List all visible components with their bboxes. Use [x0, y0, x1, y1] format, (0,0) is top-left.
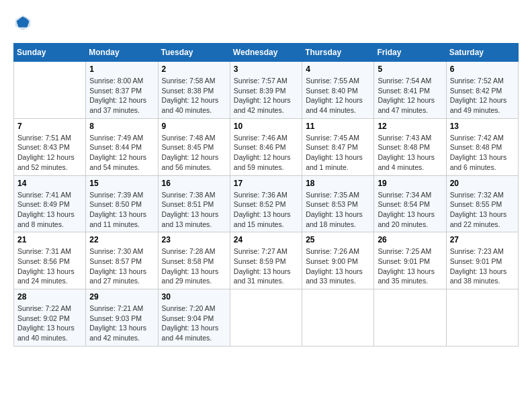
calendar-week-row: 1Sunrise: 8:00 AM Sunset: 8:37 PM Daylig…	[14, 62, 519, 119]
day-number: 16	[162, 179, 226, 188]
calendar-cell: 25Sunrise: 7:26 AM Sunset: 9:00 PM Dayli…	[302, 232, 374, 289]
calendar-cell	[14, 62, 86, 119]
day-number: 10	[234, 122, 298, 131]
logo	[13, 13, 35, 32]
weekday-header-saturday: Saturday	[446, 44, 518, 62]
weekday-header-monday: Monday	[86, 44, 158, 62]
weekday-header-thursday: Thursday	[302, 44, 374, 62]
weekday-header-tuesday: Tuesday	[158, 44, 230, 62]
day-number: 5	[378, 64, 442, 74]
calendar-cell: 21Sunrise: 7:31 AM Sunset: 8:56 PM Dayli…	[14, 232, 86, 289]
day-info: Sunrise: 7:42 AM Sunset: 8:48 PM Dayligh…	[450, 133, 515, 173]
day-number: 12	[378, 122, 442, 131]
calendar-cell: 17Sunrise: 7:36 AM Sunset: 8:52 PM Dayli…	[230, 175, 302, 232]
day-number: 18	[306, 179, 370, 188]
day-number: 3	[234, 64, 298, 74]
day-info: Sunrise: 7:22 AM Sunset: 9:02 PM Dayligh…	[17, 304, 82, 343]
day-info: Sunrise: 7:49 AM Sunset: 8:44 PM Dayligh…	[89, 133, 154, 173]
calendar-cell	[446, 289, 518, 347]
day-info: Sunrise: 7:46 AM Sunset: 8:46 PM Dayligh…	[234, 133, 298, 173]
day-info: Sunrise: 7:57 AM Sunset: 8:39 PM Dayligh…	[234, 76, 298, 116]
day-number: 11	[306, 122, 370, 131]
header	[13, 13, 519, 32]
day-info: Sunrise: 7:28 AM Sunset: 8:58 PM Dayligh…	[162, 246, 226, 286]
calendar-cell	[374, 289, 446, 347]
calendar-cell: 15Sunrise: 7:39 AM Sunset: 8:50 PM Dayli…	[86, 175, 158, 232]
day-info: Sunrise: 7:35 AM Sunset: 8:53 PM Dayligh…	[306, 190, 370, 230]
calendar-cell: 9Sunrise: 7:48 AM Sunset: 8:45 PM Daylig…	[158, 118, 230, 175]
calendar-week-row: 28Sunrise: 7:22 AM Sunset: 9:02 PM Dayli…	[14, 289, 519, 347]
calendar-cell: 7Sunrise: 7:51 AM Sunset: 8:43 PM Daylig…	[14, 118, 86, 175]
day-info: Sunrise: 7:55 AM Sunset: 8:40 PM Dayligh…	[306, 76, 370, 116]
day-info: Sunrise: 7:25 AM Sunset: 9:01 PM Dayligh…	[378, 246, 442, 286]
day-number: 4	[306, 64, 370, 74]
calendar-cell: 16Sunrise: 7:38 AM Sunset: 8:51 PM Dayli…	[158, 175, 230, 232]
day-info: Sunrise: 7:26 AM Sunset: 9:00 PM Dayligh…	[306, 246, 370, 286]
calendar-cell	[302, 289, 374, 347]
day-info: Sunrise: 7:52 AM Sunset: 8:42 PM Dayligh…	[450, 76, 515, 116]
day-number: 7	[17, 122, 82, 131]
calendar-cell: 5Sunrise: 7:54 AM Sunset: 8:41 PM Daylig…	[374, 62, 446, 119]
calendar-cell: 24Sunrise: 7:27 AM Sunset: 8:59 PM Dayli…	[230, 232, 302, 289]
calendar-cell: 20Sunrise: 7:32 AM Sunset: 8:55 PM Dayli…	[446, 175, 518, 232]
day-number: 13	[450, 122, 515, 131]
calendar-cell: 28Sunrise: 7:22 AM Sunset: 9:02 PM Dayli…	[14, 289, 86, 347]
day-info: Sunrise: 7:34 AM Sunset: 8:54 PM Dayligh…	[378, 190, 442, 230]
day-info: Sunrise: 7:54 AM Sunset: 8:41 PM Dayligh…	[378, 76, 442, 116]
calendar-week-row: 7Sunrise: 7:51 AM Sunset: 8:43 PM Daylig…	[14, 118, 519, 175]
calendar-week-row: 14Sunrise: 7:41 AM Sunset: 8:49 PM Dayli…	[14, 175, 519, 232]
calendar-cell: 29Sunrise: 7:21 AM Sunset: 9:03 PM Dayli…	[86, 289, 158, 347]
day-info: Sunrise: 7:58 AM Sunset: 8:38 PM Dayligh…	[162, 76, 226, 116]
weekday-header-friday: Friday	[374, 44, 446, 62]
calendar-cell: 26Sunrise: 7:25 AM Sunset: 9:01 PM Dayli…	[374, 232, 446, 289]
day-info: Sunrise: 7:39 AM Sunset: 8:50 PM Dayligh…	[89, 190, 154, 230]
day-info: Sunrise: 7:48 AM Sunset: 8:45 PM Dayligh…	[162, 133, 226, 173]
day-number: 17	[234, 179, 298, 188]
day-number: 9	[162, 122, 226, 131]
day-info: Sunrise: 7:30 AM Sunset: 8:57 PM Dayligh…	[89, 246, 154, 286]
day-info: Sunrise: 7:21 AM Sunset: 9:03 PM Dayligh…	[89, 304, 154, 343]
day-info: Sunrise: 7:32 AM Sunset: 8:55 PM Dayligh…	[450, 190, 515, 230]
calendar-cell: 30Sunrise: 7:20 AM Sunset: 9:04 PM Dayli…	[158, 289, 230, 347]
calendar-week-row: 21Sunrise: 7:31 AM Sunset: 8:56 PM Dayli…	[14, 232, 519, 289]
day-info: Sunrise: 7:31 AM Sunset: 8:56 PM Dayligh…	[17, 246, 82, 286]
calendar-cell: 10Sunrise: 7:46 AM Sunset: 8:46 PM Dayli…	[230, 118, 302, 175]
day-number: 21	[17, 235, 82, 244]
day-number: 24	[234, 235, 298, 244]
calendar-cell	[230, 289, 302, 347]
day-info: Sunrise: 7:41 AM Sunset: 8:49 PM Dayligh…	[17, 190, 82, 230]
calendar-cell: 14Sunrise: 7:41 AM Sunset: 8:49 PM Dayli…	[14, 175, 86, 232]
calendar-cell: 11Sunrise: 7:45 AM Sunset: 8:47 PM Dayli…	[302, 118, 374, 175]
day-number: 26	[378, 235, 442, 244]
day-info: Sunrise: 7:43 AM Sunset: 8:48 PM Dayligh…	[378, 133, 442, 173]
day-number: 19	[378, 179, 442, 188]
day-number: 1	[89, 64, 154, 74]
day-info: Sunrise: 7:45 AM Sunset: 8:47 PM Dayligh…	[306, 133, 370, 173]
weekday-header-sunday: Sunday	[14, 44, 86, 62]
calendar-cell: 19Sunrise: 7:34 AM Sunset: 8:54 PM Dayli…	[374, 175, 446, 232]
day-number: 29	[89, 292, 154, 302]
day-info: Sunrise: 7:23 AM Sunset: 9:01 PM Dayligh…	[450, 246, 515, 286]
calendar-cell: 4Sunrise: 7:55 AM Sunset: 8:40 PM Daylig…	[302, 62, 374, 119]
day-number: 28	[17, 292, 82, 302]
day-number: 2	[162, 64, 226, 74]
day-info: Sunrise: 7:36 AM Sunset: 8:52 PM Dayligh…	[234, 190, 298, 230]
weekday-header-wednesday: Wednesday	[230, 44, 302, 62]
calendar-cell: 23Sunrise: 7:28 AM Sunset: 8:58 PM Dayli…	[158, 232, 230, 289]
day-number: 22	[89, 235, 154, 244]
day-number: 20	[450, 179, 515, 188]
day-info: Sunrise: 8:00 AM Sunset: 8:37 PM Dayligh…	[89, 76, 154, 116]
day-number: 8	[89, 122, 154, 131]
calendar-cell: 13Sunrise: 7:42 AM Sunset: 8:48 PM Dayli…	[446, 118, 518, 175]
calendar-cell: 27Sunrise: 7:23 AM Sunset: 9:01 PM Dayli…	[446, 232, 518, 289]
day-number: 6	[450, 64, 515, 74]
logo-icon	[13, 13, 32, 32]
calendar-cell: 3Sunrise: 7:57 AM Sunset: 8:39 PM Daylig…	[230, 62, 302, 119]
calendar-cell: 2Sunrise: 7:58 AM Sunset: 8:38 PM Daylig…	[158, 62, 230, 119]
day-info: Sunrise: 7:27 AM Sunset: 8:59 PM Dayligh…	[234, 246, 298, 286]
calendar-cell: 18Sunrise: 7:35 AM Sunset: 8:53 PM Dayli…	[302, 175, 374, 232]
calendar-cell: 12Sunrise: 7:43 AM Sunset: 8:48 PM Dayli…	[374, 118, 446, 175]
weekday-header-row: SundayMondayTuesdayWednesdayThursdayFrid…	[14, 44, 519, 62]
day-info: Sunrise: 7:20 AM Sunset: 9:04 PM Dayligh…	[162, 304, 226, 343]
calendar-cell: 22Sunrise: 7:30 AM Sunset: 8:57 PM Dayli…	[86, 232, 158, 289]
